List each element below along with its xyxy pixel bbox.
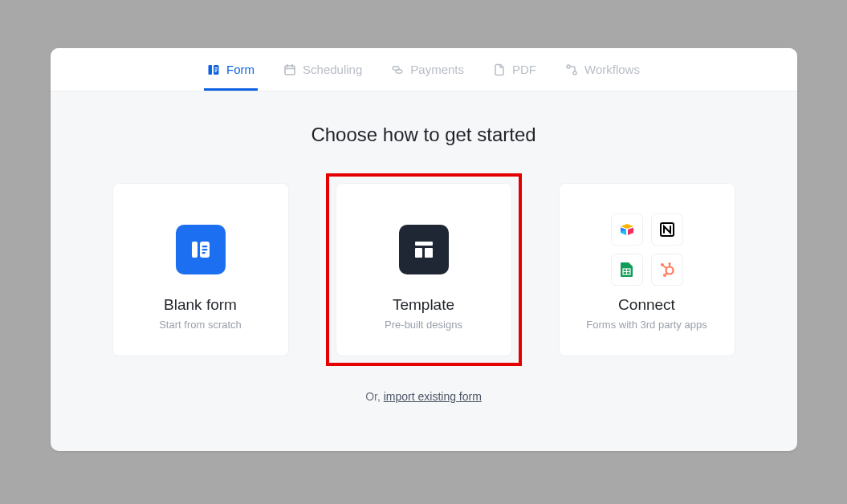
- tab-workflows[interactable]: Workflows: [562, 48, 643, 91]
- tab-form[interactable]: Form: [204, 48, 258, 91]
- svg-point-10: [396, 69, 402, 72]
- card-subtitle: Forms with 3rd party apps: [586, 319, 707, 331]
- connect-icon-grid: [611, 213, 683, 286]
- card-title: Template: [393, 296, 454, 314]
- card-title: Blank form: [164, 296, 237, 314]
- svg-point-12: [573, 71, 576, 75]
- svg-rect-4: [214, 71, 217, 71]
- svg-rect-20: [425, 248, 433, 258]
- tab-label: Workflows: [584, 63, 640, 76]
- google-sheets-icon: [611, 254, 643, 286]
- card-icon-zone: [399, 209, 449, 290]
- svg-rect-5: [285, 66, 295, 75]
- notion-icon: [651, 213, 683, 246]
- svg-rect-13: [192, 242, 197, 258]
- tab-label: Payments: [410, 63, 464, 76]
- card-wrap-blank: Blank form Start from scratch: [103, 173, 299, 366]
- card-connect[interactable]: Connect Forms with 3rd party apps: [559, 183, 735, 356]
- card-icon-zone: [176, 209, 226, 290]
- tab-label: Scheduling: [303, 63, 362, 76]
- import-prefix: Or,: [365, 390, 384, 403]
- template-icon: [399, 225, 449, 274]
- card-icon-zone: [611, 209, 683, 290]
- airtable-icon: [611, 213, 643, 246]
- tab-label: Form: [226, 63, 255, 76]
- import-row: Or, import existing form: [91, 390, 757, 403]
- payments-icon: [391, 63, 404, 76]
- card-title: Connect: [618, 296, 675, 314]
- card-subtitle: Pre-built designs: [385, 319, 462, 331]
- svg-marker-21: [621, 224, 633, 229]
- hubspot-icon: [651, 254, 683, 286]
- svg-point-30: [661, 263, 664, 266]
- svg-rect-3: [214, 69, 218, 70]
- svg-rect-15: [202, 246, 207, 247]
- svg-rect-0: [209, 65, 213, 75]
- calendar-icon: [283, 63, 296, 76]
- tab-pdf[interactable]: PDF: [490, 48, 540, 91]
- svg-line-31: [663, 266, 667, 268]
- card-template[interactable]: Template Pre-built designs: [336, 183, 512, 356]
- starter-cards: Blank form Start from scratch: [91, 173, 757, 366]
- svg-rect-2: [214, 67, 218, 68]
- svg-rect-18: [415, 242, 433, 246]
- tabs-bar: Form Scheduling Payments PDF: [51, 48, 797, 91]
- card-blank-form[interactable]: Blank form Start from scratch: [112, 183, 289, 356]
- svg-point-33: [668, 262, 670, 265]
- svg-rect-17: [202, 252, 206, 254]
- card-wrap-template: Template Pre-built designs: [326, 173, 522, 366]
- tab-payments[interactable]: Payments: [388, 48, 467, 91]
- blank-form-icon: [176, 225, 226, 274]
- card-wrap-connect: Connect Forms with 3rd party apps: [549, 173, 745, 366]
- svg-rect-19: [415, 248, 422, 258]
- tab-scheduling[interactable]: Scheduling: [280, 48, 365, 91]
- tab-label: PDF: [512, 63, 536, 76]
- card-subtitle: Start from scratch: [159, 319, 242, 331]
- create-form-modal: Form Scheduling Payments PDF: [51, 48, 797, 451]
- page-title: Choose how to get started: [91, 124, 757, 146]
- workflows-icon: [565, 63, 578, 76]
- svg-marker-23: [628, 227, 633, 235]
- svg-point-11: [567, 65, 570, 68]
- svg-point-35: [663, 274, 666, 276]
- pdf-icon: [493, 63, 506, 76]
- content-area: Choose how to get started: [51, 91, 797, 451]
- import-existing-link[interactable]: import existing form: [384, 390, 482, 403]
- form-icon: [207, 63, 220, 76]
- svg-rect-16: [202, 249, 207, 250]
